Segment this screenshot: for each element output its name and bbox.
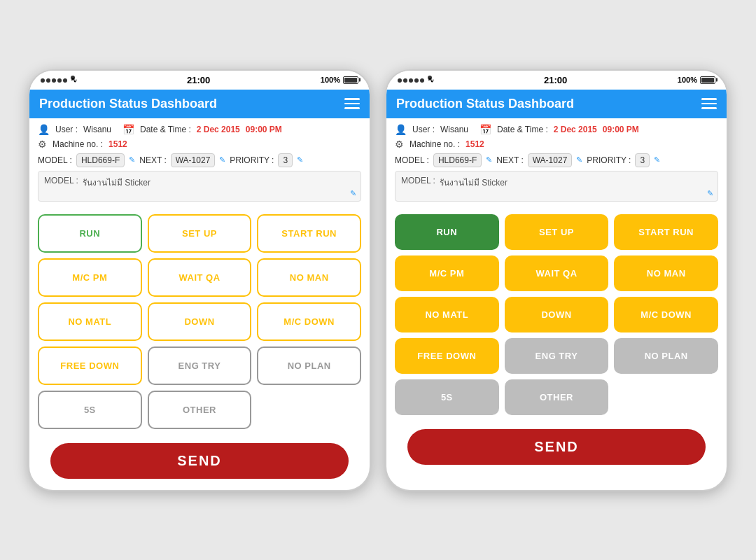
machine-no-left: 1512 [108,139,127,149]
user-row-left: 👤 User : Wisanu 📅 Date & Time : 2 Dec 20… [38,124,361,135]
btn-engtry-left[interactable]: ENG TRY [148,346,252,385]
gear-icon-right: ⚙ [395,139,404,150]
hamburger-menu-left[interactable] [344,98,360,109]
btn-setup-right[interactable]: SET UP [505,214,609,250]
model-text-area-right: MODEL : รันงานไม่มี Sticker ✎ [395,171,718,202]
btn-noman-right[interactable]: NO MAN [614,255,718,291]
gear-icon-left: ⚙ [38,139,47,150]
btn-nomatl-right[interactable]: NO MATL [395,297,499,332]
right-phone: ∿ 21:00 100% Production Status Dashboard… [385,69,728,491]
machine-row-left: ⚙ Machine no. : 1512 [38,139,361,150]
btn-run-left[interactable]: RUN [38,214,142,253]
priority-value-right: 3 [635,153,650,167]
model-text-area-left: MODEL : รันงานไม่มี Sticker ✎ [38,171,361,202]
model-label1-left: MODEL : [38,155,72,165]
model-row1-right: MODEL : HLD669-F ✎ NEXT : WA-1027 ✎ PRIO… [395,153,718,167]
edit-next-left[interactable]: ✎ [219,155,225,164]
btn-nomatl-left[interactable]: NO MATL [38,302,142,341]
battery-area-right: 100% [678,76,715,84]
time-value-left: 09:00 PM [246,125,282,134]
user-icon-left: 👤 [38,124,50,135]
machine-label-right: Machine no. : [410,139,460,149]
next-value-right: WA-1027 [528,153,573,167]
btn-mcdown-right[interactable]: M/C DOWN [614,297,718,332]
calendar-icon-left: 📅 [122,124,134,135]
btn-mcpm-left[interactable]: M/C PM [38,258,142,297]
edit-priority-left[interactable]: ✎ [297,155,303,164]
machine-row-right: ⚙ Machine no. : 1512 [395,139,718,150]
btn-freedown-right[interactable]: FREE DOWN [395,338,499,374]
hamburger-menu-right[interactable] [701,98,717,109]
edit-priority-right[interactable]: ✎ [654,155,660,164]
btn-down-right[interactable]: DOWN [505,297,609,332]
calendar-icon-right: 📅 [479,124,491,135]
signal-dots-right: ∿ [398,75,433,85]
next-label-right: NEXT : [496,155,523,165]
user-name-right: Wisanu [440,125,468,134]
send-container-right: SEND [386,422,727,476]
battery-percent: 100% [321,76,340,84]
btn-setup-left[interactable]: SET UP [148,214,252,253]
battery-area: 100% [321,76,358,84]
info-section-left: 👤 User : Wisanu 📅 Date & Time : 2 Dec 20… [29,118,370,207]
btn-noman-left[interactable]: NO MAN [257,258,361,297]
btn-waitqa-right[interactable]: WAIT QA [505,255,609,291]
edit-model-text-right[interactable]: ✎ [707,189,713,198]
model-row1-left: MODEL : HLD669-F ✎ NEXT : WA-1027 ✎ PRIO… [38,153,361,167]
date-value-left: 2 Dec 2015 [197,125,240,134]
date-value-right: 2 Dec 2015 [554,125,597,134]
btn-waitqa-left[interactable]: WAIT QA [148,258,252,297]
edit-next-right[interactable]: ✎ [576,155,582,164]
status-bar-left: ∿ 21:00 100% [29,71,370,90]
btn-down-left[interactable]: DOWN [148,302,252,341]
user-row-right: 👤 User : Wisanu 📅 Date & Time : 2 Dec 20… [395,124,718,135]
battery-icon [343,76,358,84]
machine-no-right: 1512 [465,139,484,149]
battery-icon-right [700,76,715,84]
btn-freedown-left[interactable]: FREE DOWN [38,346,142,385]
status-bar-right: ∿ 21:00 100% [386,71,727,90]
battery-percent-right: 100% [678,76,697,84]
time-value-right: 09:00 PM [603,125,639,134]
time-display: 21:00 [187,75,210,85]
header-title-left: Production Status Dashboard [39,97,217,111]
btn-5s-left[interactable]: 5S [38,391,142,429]
edit-model-left[interactable]: ✎ [129,155,135,164]
header-left: Production Status Dashboard [29,90,370,118]
model-text-label-right: MODEL : [401,176,435,186]
machine-label-left: Machine no. : [52,139,103,149]
send-button-left[interactable]: SEND [50,443,349,479]
btn-other-left[interactable]: OTHER [148,391,252,429]
btn-other-right[interactable]: OTHER [505,379,609,415]
next-label-left: NEXT : [139,155,166,165]
priority-label-left: PRIORITY : [230,155,274,165]
user-icon-right: 👤 [395,124,407,135]
btn-run-right[interactable]: RUN [395,214,499,250]
button-grid-left: RUN SET UP START RUN M/C PM WAIT QA NO M… [29,207,370,436]
user-name-left: Wisanu [83,125,111,134]
model-value-left: HLD669-F [76,153,125,167]
btn-noplan-left[interactable]: NO PLAN [257,346,361,385]
wifi-icon: ∿ [71,76,75,80]
info-section-right: 👤 User : Wisanu 📅 Date & Time : 2 Dec 20… [386,118,727,207]
header-title-right: Production Status Dashboard [396,97,574,111]
btn-5s-right[interactable]: 5S [395,379,499,415]
btn-engtry-right[interactable]: ENG TRY [505,338,609,374]
edit-model-right[interactable]: ✎ [486,155,492,164]
next-value-left: WA-1027 [171,153,216,167]
model-text-value-left: รันงานไม่มี Sticker [83,176,150,189]
btn-mcpm-right[interactable]: M/C PM [395,255,499,291]
button-grid-right: RUN SET UP START RUN M/C PM WAIT QA NO M… [386,207,727,422]
btn-mcdown-left[interactable]: M/C DOWN [257,302,361,341]
btn-noplan-right[interactable]: NO PLAN [614,338,718,374]
edit-model-text-left[interactable]: ✎ [350,189,356,198]
wifi-icon-right: ∿ [428,76,432,80]
btn-startrun-left[interactable]: START RUN [257,214,361,253]
btn-startrun-right[interactable]: START RUN [614,214,718,250]
send-button-right[interactable]: SEND [407,429,706,465]
user-label-left: User : [55,125,78,134]
date-label-right: Date & Time : [497,125,548,134]
model-value-right: HLD669-F [433,153,482,167]
send-container-left: SEND [29,436,370,490]
model-text-label-left: MODEL : [44,176,78,186]
